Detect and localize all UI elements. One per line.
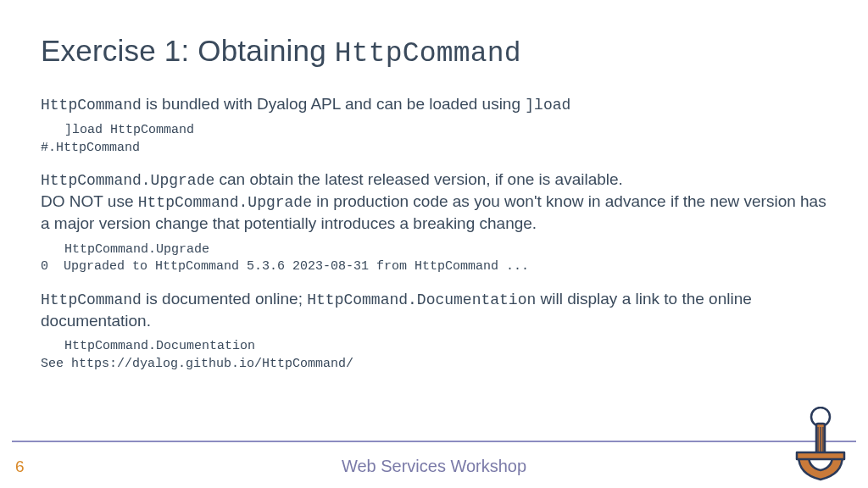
code-block-1: ]load HttpCommand #.HttpCommand xyxy=(41,122,827,157)
code3-line2: See https://dyalog.github.io/HttpCommand… xyxy=(41,357,353,371)
code-block-3: HttpCommand.Documentation See https://dy… xyxy=(41,338,827,373)
p1-text1: is bundled with Dyalog APL and can be lo… xyxy=(142,95,525,113)
p3-mono1: HttpCommand xyxy=(41,291,142,308)
code2-line2: 0 Upgraded to HttpCommand 5.3.6 2023-08-… xyxy=(41,259,529,274)
code-block-2: HttpCommand.Upgrade 0 Upgraded to HttpCo… xyxy=(41,241,827,276)
slide: Exercise 1: Obtaining HttpCommand HttpCo… xyxy=(0,0,868,488)
footer: 6 Web Services Workshop xyxy=(0,441,868,488)
p2-text2: DO NOT use xyxy=(41,192,138,210)
title-mono: HttpCommand xyxy=(335,38,521,69)
paragraph-3: HttpCommand is documented online; HttpCo… xyxy=(41,288,827,332)
p2-mono2: HttpCommand.Upgrade xyxy=(138,194,312,211)
code2-line1: HttpCommand.Upgrade xyxy=(41,241,209,258)
slide-title: Exercise 1: Obtaining HttpCommand xyxy=(41,34,827,69)
code1-line2: #.HttpCommand xyxy=(41,141,140,155)
p3-text1: is documented online; xyxy=(142,290,307,308)
footer-title: Web Services Workshop xyxy=(0,457,868,476)
p3-mono2: HttpCommand.Documentation xyxy=(307,291,536,308)
p2-text1: can obtain the latest released version, … xyxy=(214,170,623,188)
hammer-logo-icon xyxy=(793,407,848,483)
code3-line1: HttpCommand.Documentation xyxy=(41,338,255,355)
paragraph-2: HttpCommand.Upgrade can obtain the lates… xyxy=(41,169,827,235)
title-prefix: Exercise 1: Obtaining xyxy=(41,34,335,67)
p1-mono1: HttpCommand xyxy=(41,97,142,114)
code1-line1: ]load HttpCommand xyxy=(41,122,194,139)
p1-mono2: ]load xyxy=(525,97,570,114)
p2-mono1: HttpCommand.Upgrade xyxy=(41,172,214,189)
paragraph-1: HttpCommand is bundled with Dyalog APL a… xyxy=(41,93,827,115)
footer-divider xyxy=(12,441,856,442)
